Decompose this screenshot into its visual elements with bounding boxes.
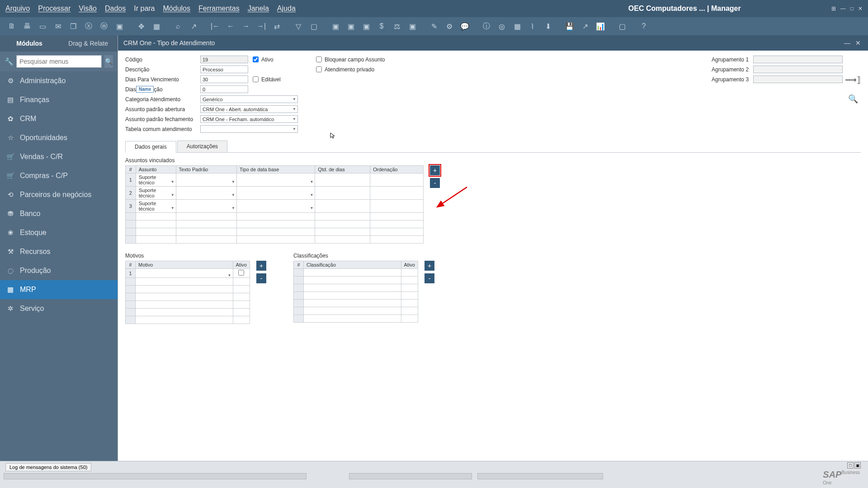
table-row[interactable]: 1: [126, 269, 250, 278]
table-row[interactable]: 2Suporte técnico: [126, 187, 424, 200]
add-classificacao-button[interactable]: +: [425, 261, 434, 271]
tb-refresh-icon[interactable]: ⇄: [270, 20, 283, 33]
tb-help-icon[interactable]: ?: [637, 20, 650, 33]
tb-find-icon[interactable]: ⌕: [172, 20, 184, 33]
tb-new-icon[interactable]: 🗎: [5, 20, 18, 33]
cell-ord[interactable]: [370, 187, 424, 200]
select-tabela[interactable]: [200, 125, 298, 133]
table-row[interactable]: [294, 315, 418, 323]
cell-ord[interactable]: [370, 200, 424, 213]
tb-download-icon[interactable]: ⬇: [542, 20, 554, 33]
tab-autorizacoes[interactable]: Autorizações: [177, 141, 227, 152]
tab-dados-gerais[interactable]: Dados gerais: [125, 141, 176, 153]
sb-icon-1[interactable]: □: [847, 462, 854, 469]
checkbox-atendimento-privado[interactable]: [316, 66, 322, 72]
menu-dados[interactable]: Dados: [105, 5, 126, 13]
close-icon[interactable]: ✕: [854, 38, 863, 47]
input-agrupamento3[interactable]: [753, 75, 843, 83]
tab-modulos[interactable]: Módulos: [0, 36, 59, 51]
table-row[interactable]: [126, 293, 250, 301]
close-icon[interactable]: ✕: [858, 5, 863, 12]
table-row[interactable]: [126, 316, 250, 324]
minimize-icon[interactable]: —: [840, 5, 846, 12]
col-ativo[interactable]: Ativo: [233, 261, 250, 269]
sidebar-item-servico[interactable]: ✲Serviço: [0, 299, 118, 318]
minimize-icon[interactable]: —: [843, 38, 852, 47]
table-row[interactable]: [126, 213, 424, 221]
tb-chart-icon[interactable]: 📊: [594, 20, 607, 33]
table-row[interactable]: [294, 269, 418, 277]
tb-browser-icon[interactable]: ▢: [616, 20, 628, 33]
menu-visao[interactable]: Visão: [79, 5, 97, 13]
col-classificacao[interactable]: Classificação: [303, 261, 401, 269]
col-assunto[interactable]: Assunto: [136, 166, 176, 174]
table-row[interactable]: [294, 300, 418, 307]
menu-modulos[interactable]: Módulos: [163, 5, 190, 13]
tb-calc-icon[interactable]: ▦: [511, 20, 524, 33]
input-codigo[interactable]: [200, 56, 248, 63]
sidebar-item-oportunidades[interactable]: ☆Oportunidades: [0, 128, 118, 147]
tb-filter-icon[interactable]: ▽: [292, 20, 305, 33]
table-row[interactable]: [294, 292, 418, 300]
table-row[interactable]: [294, 277, 418, 284]
tb-last-icon[interactable]: →|: [255, 20, 268, 33]
table-row[interactable]: [126, 309, 250, 316]
remove-assunto-button[interactable]: -: [430, 178, 440, 188]
tb-export-icon[interactable]: ↗: [187, 20, 200, 33]
cell-qtd[interactable]: [315, 174, 370, 187]
tb-doc4-icon[interactable]: ▣: [406, 20, 419, 33]
cell-assunto[interactable]: Suporte técnico: [136, 200, 176, 213]
table-row[interactable]: [126, 228, 424, 236]
sidD-item-recursos[interactable]: ⚒Recursos: [0, 242, 118, 261]
cell-motivo[interactable]: [135, 269, 233, 278]
col-ordenacao[interactable]: Ordenação: [370, 166, 424, 174]
sidebar-item-crm[interactable]: ✿CRM: [0, 109, 118, 128]
tb-scale-icon[interactable]: ⚖: [391, 20, 403, 33]
tb-disk-icon[interactable]: ◎: [495, 20, 508, 33]
table-row[interactable]: [294, 284, 418, 292]
tb-doc2-icon[interactable]: ▣: [344, 20, 357, 33]
col-tipo-data[interactable]: Tipo de data base: [236, 166, 315, 174]
log-button[interactable]: Log de mensagens do sistema (50): [5, 463, 91, 471]
input-agrupamento2[interactable]: [753, 66, 843, 73]
menu-janela[interactable]: Janela: [248, 5, 269, 13]
grid-icon[interactable]: ⊞: [831, 5, 836, 12]
menu-processar[interactable]: Processar: [38, 5, 71, 13]
sidebar-item-financas[interactable]: ▤Finanças: [0, 90, 118, 109]
tb-copy-icon[interactable]: ❐: [67, 20, 80, 33]
cell-ord[interactable]: [370, 174, 424, 187]
sidebar-item-parceiros[interactable]: ⟲Parceiros de negócios: [0, 185, 118, 204]
col-motivo[interactable]: Motivo: [135, 261, 233, 269]
tb-chat-icon[interactable]: 💬: [458, 20, 471, 33]
menu-ferramentas[interactable]: Ferramentas: [198, 5, 240, 13]
tb-preview-icon[interactable]: ▭: [36, 20, 49, 33]
remove-motivo-button[interactable]: -: [256, 273, 266, 283]
sidebar-item-producao[interactable]: ◌Produção: [0, 261, 118, 280]
tb-open-icon[interactable]: ↗: [579, 20, 591, 33]
tb-save-icon[interactable]: 💾: [563, 20, 576, 33]
table-row[interactable]: [126, 221, 424, 228]
checkbox-editavel[interactable]: [253, 76, 259, 82]
tb-word-icon[interactable]: ⓦ: [98, 20, 110, 33]
col-texto-padrao[interactable]: Texto Padrão: [176, 166, 236, 174]
checkbox-ativo[interactable]: [253, 56, 259, 62]
checkbox-motivo-ativo[interactable]: [238, 270, 244, 276]
sb-icon-2[interactable]: ▣: [854, 462, 861, 469]
menu-irpara[interactable]: Ir para: [134, 5, 155, 13]
tb-layout-icon[interactable]: ▦: [150, 20, 163, 33]
table-row[interactable]: [126, 236, 424, 244]
tb-email-icon[interactable]: ✉: [52, 20, 64, 33]
select-assunto-abertura[interactable]: CRM One - Abert. automática: [200, 105, 298, 113]
cell-assunto[interactable]: Suporte técnico: [136, 174, 176, 187]
cell-texto[interactable]: [176, 200, 236, 213]
cell-ativo[interactable]: [233, 269, 250, 278]
sidebar-item-banco[interactable]: ⛃Banco: [0, 204, 118, 223]
tb-pdf-icon[interactable]: ▣: [113, 20, 126, 33]
menu-arquivo[interactable]: Arquivo: [5, 5, 30, 13]
tb-print-icon[interactable]: 🖶: [21, 20, 33, 33]
cell-qtd[interactable]: [315, 187, 370, 200]
tb-info-icon[interactable]: ⓘ: [480, 20, 493, 33]
tb-gear-icon[interactable]: ⚙: [443, 20, 456, 33]
menu-ajuda[interactable]: Ajuda: [277, 5, 296, 13]
sidebar-item-vendas[interactable]: 🛒Vendas - C/R: [0, 147, 118, 166]
